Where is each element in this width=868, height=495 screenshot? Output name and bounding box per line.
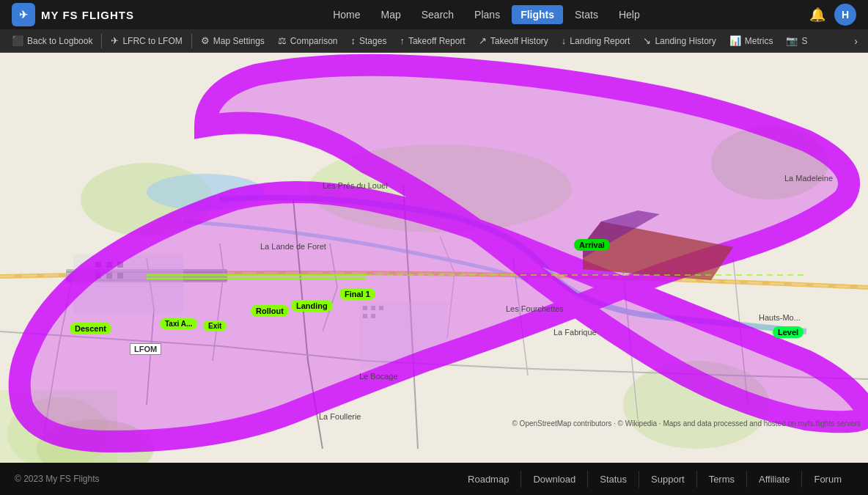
route-label: LFRC to LFOM — [122, 36, 182, 46]
copyright-text: © 2023 My FS Flights — [15, 474, 100, 484]
lfom-label: LFOM — [130, 343, 161, 355]
nav-right: 🔔 H — [809, 4, 856, 26]
landing-history-label: Landing History — [655, 36, 716, 46]
metrics-button[interactable]: 📊 Metrics — [724, 33, 779, 48]
nav-flights[interactable]: Flights — [512, 5, 563, 24]
map-settings-label: Map Settings — [213, 36, 265, 46]
user-avatar[interactable]: H — [834, 4, 856, 26]
takeoff-report-icon: ↑ — [400, 35, 405, 46]
status-link[interactable]: Status — [588, 471, 639, 488]
back-to-logbook-button[interactable]: ⬛ Back to Logbook — [6, 33, 98, 48]
osm-credit: © OpenStreetMap contributors · © Wikiped… — [512, 419, 861, 428]
toolbar-scroll-right-button[interactable]: › — [850, 33, 862, 49]
terms-link[interactable]: Terms — [697, 471, 747, 488]
taxi-label[interactable]: Taxi A... — [160, 318, 197, 329]
landing-report-icon: ↓ — [562, 35, 567, 46]
metrics-label: Metrics — [745, 36, 773, 46]
comparison-button[interactable]: ⚖ Comparison — [272, 33, 344, 48]
notification-bell-icon[interactable]: 🔔 — [809, 7, 825, 23]
nav-stats[interactable]: Stats — [566, 5, 607, 24]
screenshot-button[interactable]: 📷 S — [780, 33, 813, 48]
takeoff-report-label: Takeoff Report — [408, 36, 466, 46]
landing-label[interactable]: Landing — [291, 300, 333, 312]
roadmap-link[interactable]: Roadmap — [456, 471, 521, 488]
toolbar: ⬛ Back to Logbook ✈ LFRC to LFOM ⚙ Map S… — [0, 29, 868, 53]
landing-history-icon: ↘ — [643, 35, 651, 46]
stages-button[interactable]: ↕ Stages — [345, 33, 393, 48]
toolbar-divider-2 — [191, 34, 192, 48]
route-icon: ✈ — [111, 35, 119, 46]
map-svg-overlay — [0, 53, 868, 463]
comparison-label: Comparison — [290, 36, 338, 46]
takeoff-report-button[interactable]: ↑ Takeoff Report — [394, 33, 471, 48]
nav-help[interactable]: Help — [610, 5, 649, 24]
landing-report-button[interactable]: ↓ Landing Report — [556, 33, 636, 48]
exit-label[interactable]: Exit — [203, 320, 227, 331]
logo-icon: ✈ — [12, 3, 35, 26]
gear-icon: ⚙ — [201, 35, 210, 46]
nav-search[interactable]: Search — [413, 5, 463, 24]
camera-icon: 📷 — [786, 35, 798, 46]
arrival-label[interactable]: Arrival — [574, 239, 610, 251]
top-navigation: ✈ MY FS FLIGHTS Home Map Search Plans Fl… — [0, 0, 868, 29]
stages-label: Stages — [359, 36, 386, 46]
download-link[interactable]: Download — [521, 471, 588, 488]
nav-home[interactable]: Home — [324, 5, 369, 24]
takeoff-history-label: Takeoff History — [490, 36, 548, 46]
map-settings-button[interactable]: ⚙ Map Settings — [195, 33, 271, 48]
bottom-bar: © 2023 My FS Flights Roadmap Download St… — [0, 463, 868, 495]
support-link[interactable]: Support — [639, 471, 697, 488]
affiliate-link[interactable]: Affiliate — [747, 471, 802, 488]
logbook-icon: ⬛ — [12, 35, 23, 46]
toolbar-divider-1 — [101, 34, 102, 48]
route-label-button[interactable]: ✈ LFRC to LFOM — [105, 33, 188, 48]
rollout-label[interactable]: Rollout — [251, 305, 289, 317]
nav-map[interactable]: Map — [372, 5, 410, 24]
stages-icon: ↕ — [351, 35, 356, 46]
forum-link[interactable]: Forum — [802, 471, 853, 488]
logo[interactable]: ✈ MY FS FLIGHTS — [12, 3, 134, 26]
comparison-icon: ⚖ — [278, 35, 287, 46]
back-to-logbook-label: Back to Logbook — [27, 36, 92, 46]
level-label[interactable]: Level — [773, 326, 803, 338]
takeoff-history-icon: ↗ — [479, 35, 487, 46]
landing-report-label: Landing Report — [570, 36, 630, 46]
nav-links: Home Map Search Plans Flights Stats Help — [163, 5, 809, 24]
nav-plans[interactable]: Plans — [466, 5, 509, 24]
logo-text: MY FS FLIGHTS — [41, 9, 134, 21]
descent-label[interactable]: Descent — [70, 323, 111, 334]
takeoff-history-button[interactable]: ↗ Takeoff History — [473, 33, 554, 48]
metrics-icon: 📊 — [729, 35, 741, 46]
landing-history-button[interactable]: ↘ Landing History — [637, 33, 721, 48]
screenshot-label: S — [801, 36, 807, 46]
map-area[interactable]: Le Bocage La Foullerie La Fabrique Les F… — [0, 53, 868, 463]
final1-label[interactable]: Final 1 — [339, 288, 375, 300]
bottom-links: Roadmap Download Status Support Terms Af… — [456, 471, 853, 488]
